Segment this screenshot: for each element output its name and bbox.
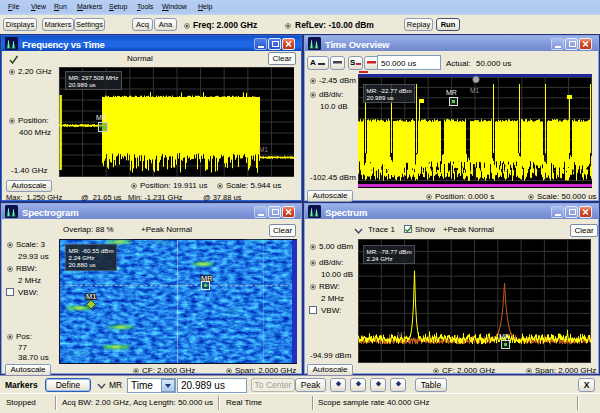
svg-text:MR: MR: [446, 89, 457, 96]
svg-text:M1: M1: [397, 331, 406, 338]
svg-text:M1: M1: [86, 292, 96, 301]
svg-text:MR: MR: [96, 114, 107, 121]
svg-text:S: S: [350, 58, 356, 67]
svg-text:M1: M1: [470, 87, 479, 94]
svg-text:A: A: [310, 58, 316, 67]
svg-text:M1: M1: [259, 146, 268, 153]
svg-text:MR: MR: [499, 333, 510, 340]
